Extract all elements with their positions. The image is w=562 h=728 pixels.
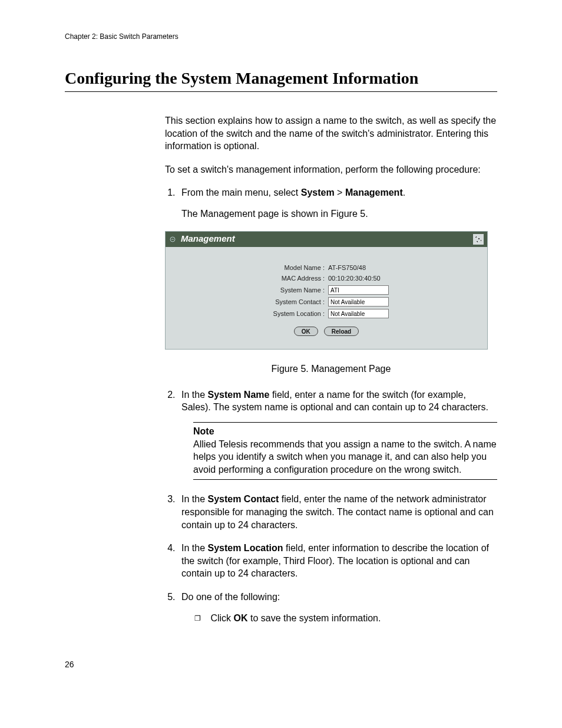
page-number: 26	[65, 660, 497, 669]
management-form: Model Name : AT-FS750/48 MAC Address : 0…	[166, 247, 487, 350]
step-5: Do one of the following: Click OK to sav…	[178, 591, 497, 624]
model-name-value: AT-FS750/48	[328, 263, 422, 272]
intro-paragraph-2: To set a switch's management information…	[165, 163, 497, 176]
intro-paragraph-1: This section explains how to assign a na…	[165, 114, 497, 153]
model-name-label: Model Name :	[230, 263, 325, 272]
step-2: In the System Name field, enter a name f…	[178, 388, 497, 480]
step-4: In the System Location field, enter info…	[178, 542, 497, 580]
step-1-management: Management	[345, 187, 403, 197]
step-5-sub-ok: OK	[234, 613, 248, 623]
mac-address-value: 00:10:20:30:40:50	[328, 274, 422, 283]
step-1-system: System	[301, 187, 335, 197]
note-body: Allied Telesis recommends that you assig…	[193, 438, 497, 476]
step-5-text: Do one of the following:	[181, 592, 280, 602]
management-title: Management	[181, 233, 473, 245]
step-1-text: From the main menu, select System > Mana…	[181, 187, 405, 197]
step-2-pre: In the	[181, 390, 207, 400]
step-1-mid: >	[335, 187, 345, 197]
step-1-followup: The Management page is shown in Figure 5…	[181, 207, 497, 220]
step-3-field: System Contact	[207, 494, 279, 504]
step-1: From the main menu, select System > Mana…	[178, 186, 497, 220]
ok-button[interactable]: OK	[294, 327, 318, 336]
step-4-pre: In the	[181, 543, 207, 553]
management-titlebar: Management	[166, 232, 487, 247]
step-1-pre: From the main menu, select	[181, 187, 301, 197]
note-block: Note Allied Telesis recommends that you …	[193, 422, 497, 480]
chapter-header: Chapter 2: Basic Switch Parameters	[65, 32, 497, 41]
step-5-sub-post: to save the system information.	[248, 613, 381, 623]
figure-5: Management Model Name : AT-FS750/48 MAC …	[165, 231, 497, 375]
management-panel: Management Model Name : AT-FS750/48 MAC …	[165, 231, 488, 350]
system-name-label: System Name :	[230, 286, 325, 295]
step-3-text: In the System Contact field, enter the n…	[181, 494, 494, 529]
step-3-pre: In the	[181, 494, 207, 504]
step-2-text: In the System Name field, enter a name f…	[181, 390, 488, 413]
reload-button[interactable]: Reload	[324, 327, 359, 336]
step-4-field: System Location	[207, 543, 283, 553]
step-4-text: In the System Location field, enter info…	[181, 543, 489, 578]
figure-caption: Figure 5. Management Page	[165, 363, 497, 375]
section-title: Configuring the System Management Inform…	[65, 69, 497, 88]
note-label: Note	[193, 425, 497, 438]
step-3: In the System Contact field, enter the n…	[178, 493, 497, 531]
system-name-input[interactable]	[328, 285, 389, 295]
system-contact-label: System Contact :	[230, 298, 325, 307]
step-5-sub-1: Click OK to save the system information.	[194, 612, 497, 625]
logo-icon	[473, 234, 484, 245]
system-location-input[interactable]	[328, 309, 389, 318]
collapse-icon[interactable]	[169, 236, 176, 243]
note-rule-bottom	[193, 479, 497, 480]
step-5-sub-pre: Click	[210, 613, 233, 623]
system-contact-input[interactable]	[328, 297, 389, 307]
title-rule	[65, 91, 497, 92]
step-1-post: .	[403, 187, 405, 197]
step-2-field: System Name	[207, 390, 269, 400]
system-location-label: System Location :	[230, 309, 325, 318]
mac-address-label: MAC Address :	[230, 274, 325, 283]
